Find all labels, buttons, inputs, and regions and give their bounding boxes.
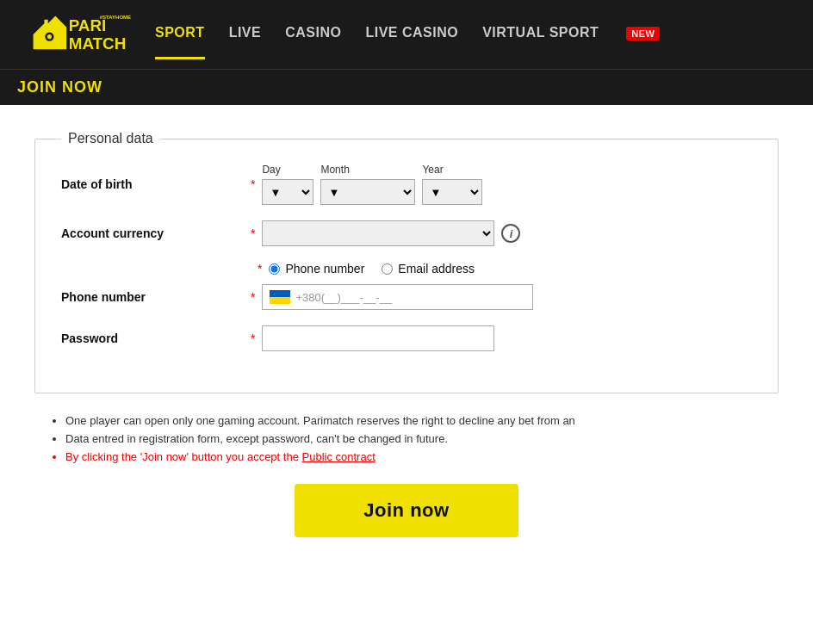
notices-section: One player can open only one gaming acco… — [34, 414, 779, 463]
flag-ukraine — [270, 290, 290, 304]
contact-type-row: * Phone number Email address — [61, 262, 752, 276]
dob-label: Date of birth — [61, 177, 251, 191]
phone-controls — [262, 284, 752, 310]
notice-3: By clicking the 'Join now' button you ac… — [65, 450, 779, 463]
info-icon[interactable]: i — [501, 224, 520, 243]
dob-day-select[interactable]: ▼ — [262, 179, 313, 205]
new-badge: NEW — [626, 27, 660, 40]
email-radio-label: Email address — [398, 262, 475, 276]
svg-point-2 — [47, 34, 52, 39]
phone-label: Phone number — [61, 290, 251, 304]
password-row: Password * — [61, 325, 752, 351]
notice-1: One player can open only one gaming acco… — [65, 414, 779, 427]
year-label: Year — [422, 164, 482, 176]
nav-new[interactable]: NEW — [623, 25, 660, 44]
dob-group: Day Month Year ▼ ▼ ▼ — [262, 164, 482, 205]
svg-rect-6 — [270, 290, 290, 297]
dob-row: Date of birth * Day Month Year ▼ ▼ — [61, 164, 752, 205]
currency-row: Account currency * i — [61, 220, 752, 246]
dob-selects: ▼ ▼ ▼ — [262, 179, 482, 205]
phone-radio-item[interactable]: Phone number — [269, 262, 364, 276]
currency-wrapper: i — [262, 220, 520, 246]
notices-list: One player can open only one gaming acco… — [52, 414, 779, 463]
password-controls — [262, 325, 752, 351]
dob-labels: Day Month Year — [262, 164, 482, 176]
notice-2: Data entred in registration form, except… — [65, 432, 779, 445]
phone-input[interactable] — [295, 291, 525, 304]
day-label: Day — [262, 164, 313, 176]
main-content: Personal data Date of birth * Day Month … — [0, 105, 813, 563]
join-button-area: Join now — [34, 484, 779, 537]
svg-text:MATCH: MATCH — [69, 34, 127, 53]
main-nav: SPORT LIVE CASINO LIVE CASINO VIRTUAL SP… — [138, 25, 796, 44]
svg-rect-7 — [270, 297, 290, 304]
public-contract-link[interactable]: Public contract — [302, 450, 375, 463]
month-label: Month — [320, 164, 415, 176]
dob-month-select[interactable]: ▼ — [320, 179, 415, 205]
phone-radio[interactable] — [269, 263, 280, 275]
dob-year-select[interactable]: ▼ — [422, 179, 482, 205]
personal-data-section: Personal data Date of birth * Day Month … — [34, 131, 779, 393]
radio-group: Phone number Email address — [269, 262, 475, 276]
currency-select[interactable] — [262, 220, 494, 246]
notice-3-text: By clicking the 'Join now' button you ac… — [65, 450, 302, 463]
join-now-button[interactable]: Join now — [295, 484, 518, 537]
svg-text:#STAYHOME: #STAYHOME — [100, 15, 131, 20]
email-radio-item[interactable]: Email address — [382, 262, 475, 276]
phone-required: * — [251, 290, 255, 304]
password-required: * — [251, 331, 255, 345]
password-label: Password — [61, 331, 251, 345]
join-bar-text: JOIN NOW — [17, 78, 102, 96]
header: PARI MATCH #STAYHOME SPORT LIVE CASINO L… — [0, 0, 813, 69]
phone-wrapper — [262, 284, 533, 310]
password-input[interactable] — [262, 325, 494, 351]
nav-live[interactable]: LIVE — [229, 25, 262, 44]
email-radio[interactable] — [382, 263, 393, 275]
currency-label: Account currency — [61, 226, 251, 240]
nav-casino[interactable]: CASINO — [285, 25, 341, 44]
currency-controls: i — [262, 220, 752, 246]
dob-required: * — [251, 177, 255, 191]
logo-svg: PARI MATCH #STAYHOME — [17, 9, 138, 60]
currency-required: * — [251, 226, 255, 240]
nav-virtual-sport[interactable]: VIRTUAL SPORT — [482, 25, 599, 44]
contact-required: * — [258, 262, 262, 276]
join-bar: JOIN NOW — [0, 69, 813, 105]
logo[interactable]: PARI MATCH #STAYHOME — [17, 9, 138, 60]
dob-controls: Day Month Year ▼ ▼ ▼ — [262, 164, 752, 205]
nav-live-casino[interactable]: LIVE CASINO — [365, 25, 458, 44]
nav-sport[interactable]: SPORT — [155, 25, 205, 44]
phone-row: Phone number * — [61, 284, 752, 310]
phone-radio-label: Phone number — [285, 262, 364, 276]
section-legend: Personal data — [61, 131, 160, 146]
